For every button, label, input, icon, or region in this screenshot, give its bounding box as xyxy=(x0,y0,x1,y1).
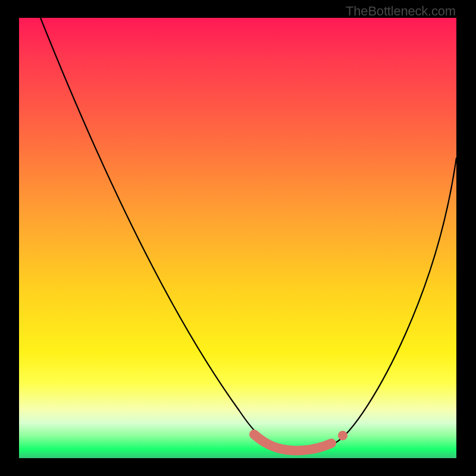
chart-frame: TheBottleneck.com xyxy=(0,0,476,476)
curve-layer xyxy=(19,18,456,458)
highlight-end-marker xyxy=(338,431,347,440)
watermark-text: TheBottleneck.com xyxy=(346,4,456,19)
bottleneck-curve xyxy=(40,18,456,450)
highlight-range xyxy=(254,434,331,450)
plot-area xyxy=(19,18,456,458)
